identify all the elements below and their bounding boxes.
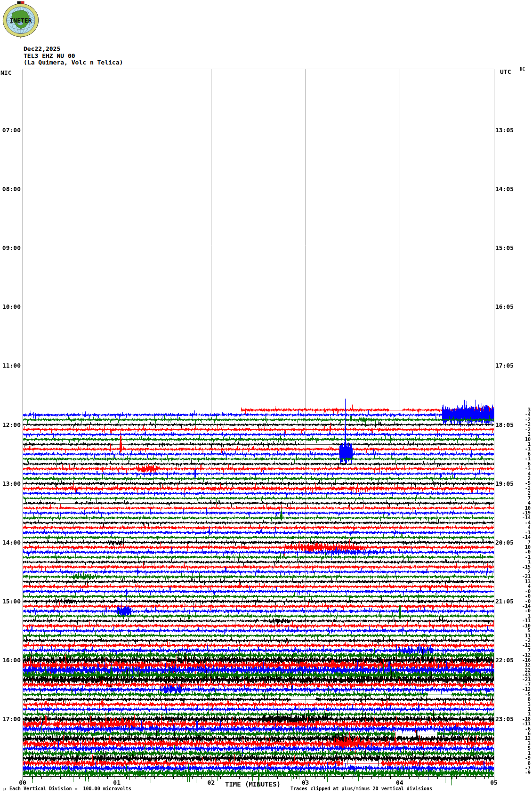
dc-value: -9 — [511, 771, 531, 775]
x-tick-label: 00 — [13, 779, 32, 786]
dc-value: -11 — [511, 722, 531, 726]
left-hour-label: 11:00 — [0, 362, 21, 369]
dc-value: 4 — [511, 525, 531, 530]
x-tick-label: 01 — [107, 779, 126, 786]
dc-value: 2 — [511, 491, 531, 496]
dc-value: -12 — [511, 687, 531, 692]
vertical-division-note: Each Vertical Division = 100.00 microvol… — [9, 787, 131, 791]
dc-value: -9 — [511, 756, 531, 761]
x-axis-title: TIME (MINUTES) — [225, 781, 281, 787]
right-hour-label: 14:05 — [495, 186, 524, 192]
dc-value: 12 — [511, 736, 531, 741]
dc-value: -12 — [511, 653, 531, 658]
dc-value: 4 — [511, 501, 531, 506]
dc-value: 8 — [511, 697, 531, 702]
dc-value: -1 — [511, 457, 531, 461]
dc-value: 1 — [511, 712, 531, 716]
seismogram-canvas — [0, 0, 532, 795]
left-hour-label: 16:00 — [0, 657, 21, 663]
dc-value: 4 — [511, 584, 531, 589]
dc-value: -0 — [511, 609, 531, 613]
helicorder-screen: INETER Dec22,2025 TEL3 EHZ NU 00 (La Qui… — [0, 0, 532, 795]
left-hour-label: 15:00 — [0, 598, 21, 604]
x-tick-label: 03 — [296, 779, 315, 786]
left-hour-label: 12:00 — [0, 422, 21, 428]
x-tick-label: 02 — [202, 779, 220, 786]
left-hour-label: 08:00 — [0, 186, 21, 192]
dc-value: -4 — [511, 412, 531, 417]
left-hour-label: 13:00 — [0, 481, 21, 487]
dc-value: 1 — [511, 560, 531, 564]
dc-value: -0 — [511, 550, 531, 554]
dc-value: -21 — [511, 574, 531, 579]
dc-value: -14 — [511, 515, 531, 520]
dc-value: 7 — [511, 540, 531, 545]
dc-value: -1 — [511, 447, 531, 451]
dc-value: 5 — [511, 746, 531, 751]
right-hour-label: 16:05 — [495, 304, 524, 310]
left-hour-label: 17:00 — [0, 716, 21, 722]
dc-value: -3 — [511, 466, 531, 471]
dc-value: -2 — [511, 422, 531, 427]
dc-value: 10 — [511, 506, 531, 511]
left-hour-label: 10:00 — [0, 304, 21, 310]
left-hour-label: 14:00 — [0, 539, 21, 546]
left-timezone-label: NIC — [0, 70, 11, 76]
x-tick-label: 05 — [484, 779, 503, 786]
dc-value: -12 — [511, 643, 531, 648]
dc-value: -11 — [511, 618, 531, 623]
microvolts-mu-mark: μ — [3, 787, 6, 791]
dc-value: 2 — [511, 432, 531, 437]
dc-value: -21 — [511, 677, 531, 682]
right-hour-label: 17:05 — [495, 362, 524, 369]
left-hour-label: 07:00 — [0, 127, 21, 133]
x-tick-label: 04 — [390, 779, 409, 786]
left-hour-label: 09:00 — [0, 245, 21, 251]
dc-value: -0 — [511, 594, 531, 599]
dc-value: 12 — [511, 663, 531, 667]
right-hour-label: 13:05 — [495, 127, 524, 133]
clip-note: Traces clipped at plus/minus 20 vertical… — [290, 787, 432, 791]
dc-column-header: DC — [520, 67, 525, 72]
right-hour-label: 15:05 — [495, 245, 524, 251]
dc-value: 5 — [511, 628, 531, 633]
right-timezone-label: UTC — [500, 69, 511, 75]
dc-value: -5 — [511, 481, 531, 486]
dc-value: 3 — [511, 702, 531, 707]
